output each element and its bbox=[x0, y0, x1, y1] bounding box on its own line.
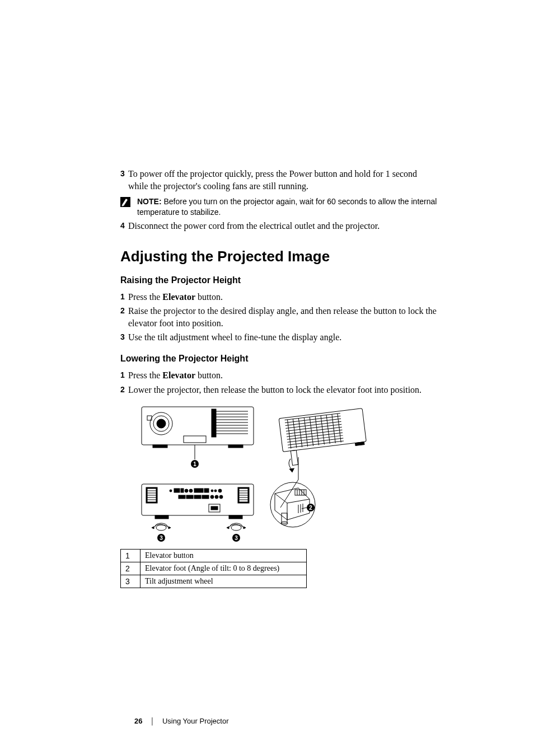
raise-step-1: 1 Press the Elevator button. bbox=[120, 291, 439, 303]
svg-point-4 bbox=[157, 419, 166, 428]
svg-rect-66 bbox=[181, 489, 184, 492]
svg-rect-75 bbox=[186, 495, 193, 499]
svg-text:3: 3 bbox=[235, 535, 238, 541]
svg-rect-15 bbox=[212, 409, 216, 437]
svg-line-41 bbox=[326, 415, 330, 444]
svg-line-38 bbox=[310, 417, 313, 446]
page-number: 26 bbox=[134, 717, 142, 725]
svg-line-35 bbox=[293, 419, 296, 448]
note-icon bbox=[120, 197, 130, 207]
step-number: 3 bbox=[120, 168, 128, 179]
step-4-disconnect: 4 Disconnect the power cord from the ele… bbox=[120, 220, 439, 232]
step-text: Disconnect the power cord from the elect… bbox=[128, 220, 439, 232]
step-text: To power off the projector quickly, pres… bbox=[128, 168, 439, 192]
svg-marker-86 bbox=[168, 527, 171, 529]
step-text: Lower the projector, then release the bu… bbox=[128, 384, 439, 396]
svg-line-37 bbox=[304, 417, 307, 447]
note-body: Before you turn on the projector again, … bbox=[137, 197, 437, 217]
svg-point-80 bbox=[219, 495, 223, 499]
step-text: Use the tilt adjustment wheel to fine-tu… bbox=[128, 331, 439, 344]
svg-point-79 bbox=[215, 495, 218, 499]
svg-line-34 bbox=[288, 420, 291, 449]
svg-rect-77 bbox=[202, 495, 209, 499]
heading-lowering: Lowering the Projector Height bbox=[120, 354, 439, 364]
parts-table: 1 Elevator button 2 Elevator foot (Angle… bbox=[120, 549, 307, 588]
part-desc: Elevator foot (Angle of tilt: 0 to 8 deg… bbox=[140, 562, 307, 575]
svg-point-85 bbox=[156, 525, 166, 530]
svg-point-67 bbox=[185, 489, 188, 492]
svg-rect-84 bbox=[229, 515, 242, 519]
svg-marker-89 bbox=[243, 527, 246, 529]
step-number: 2 bbox=[120, 384, 128, 395]
svg-rect-83 bbox=[155, 515, 168, 519]
lower-step-1: 1 Press the Elevator button. bbox=[120, 369, 439, 382]
step-number: 2 bbox=[120, 305, 128, 316]
part-desc: Tilt adjustment wheel bbox=[140, 575, 307, 588]
part-desc: Elevator button bbox=[140, 550, 307, 562]
svg-point-71 bbox=[211, 490, 213, 492]
svg-rect-74 bbox=[179, 495, 185, 499]
svg-point-73 bbox=[218, 489, 222, 492]
part-index: 1 bbox=[121, 550, 140, 562]
svg-rect-16 bbox=[153, 445, 167, 448]
svg-text:1: 1 bbox=[193, 461, 196, 467]
step-number: 4 bbox=[120, 220, 128, 231]
step-number: 3 bbox=[120, 331, 128, 342]
table-row: 2 Elevator foot (Angle of tilt: 0 to 8 d… bbox=[121, 562, 307, 575]
svg-point-64 bbox=[170, 490, 172, 492]
svg-line-39 bbox=[315, 416, 318, 445]
lower-step-2: 2 Lower the projector, then release the … bbox=[120, 384, 439, 396]
step-text: Press the Elevator button. bbox=[128, 291, 439, 303]
svg-line-43 bbox=[338, 414, 341, 443]
part-index: 2 bbox=[121, 562, 140, 575]
svg-line-111 bbox=[302, 508, 307, 509]
svg-point-88 bbox=[231, 525, 241, 530]
svg-rect-76 bbox=[194, 495, 201, 499]
chapter-title: Using Your Projector bbox=[162, 717, 229, 725]
step-number: 1 bbox=[120, 369, 128, 381]
step-text: Press the Elevator button. bbox=[128, 369, 439, 382]
projector-figure: 1 bbox=[130, 401, 371, 543]
svg-marker-87 bbox=[152, 527, 154, 529]
svg-line-42 bbox=[332, 414, 335, 443]
svg-line-48 bbox=[280, 480, 298, 508]
svg-line-40 bbox=[321, 416, 324, 445]
svg-rect-65 bbox=[174, 489, 180, 492]
svg-line-97 bbox=[287, 499, 310, 503]
note-block: NOTE: Before you turn on the projector a… bbox=[120, 196, 439, 218]
svg-marker-90 bbox=[227, 527, 229, 529]
svg-rect-18 bbox=[184, 436, 206, 443]
svg-point-68 bbox=[189, 489, 193, 492]
note-label: NOTE: bbox=[137, 197, 162, 206]
page-content: 3 To power off the projector quickly, pr… bbox=[0, 0, 534, 622]
raise-step-3: 3 Use the tilt adjustment wheel to fine-… bbox=[120, 331, 439, 344]
step-3-poweroff: 3 To power off the projector quickly, pr… bbox=[120, 168, 439, 192]
part-index: 3 bbox=[121, 575, 140, 588]
note-text: NOTE: Before you turn on the projector a… bbox=[137, 196, 439, 218]
heading-adjusting: Adjusting the Projected Image bbox=[120, 248, 439, 265]
svg-rect-17 bbox=[228, 445, 243, 448]
svg-point-72 bbox=[214, 490, 217, 492]
raise-step-2: 2 Raise the projector to the desired dis… bbox=[120, 305, 439, 329]
svg-text:2: 2 bbox=[309, 505, 312, 511]
svg-rect-70 bbox=[204, 489, 209, 492]
svg-marker-45 bbox=[289, 468, 294, 472]
table-row: 1 Elevator button bbox=[121, 550, 307, 562]
footer-separator: │ bbox=[150, 717, 154, 725]
svg-point-78 bbox=[210, 495, 214, 499]
step-text: Raise the projector to the desired displ… bbox=[128, 305, 439, 329]
svg-line-36 bbox=[298, 419, 302, 448]
step-number: 1 bbox=[120, 291, 128, 302]
table-row: 3 Tilt adjustment wheel bbox=[121, 575, 307, 588]
svg-line-96 bbox=[275, 494, 287, 503]
heading-raising: Raising the Projector Height bbox=[120, 275, 439, 285]
page-footer: 26 │ Using Your Projector bbox=[134, 717, 228, 725]
svg-rect-82 bbox=[211, 506, 218, 510]
svg-rect-69 bbox=[194, 489, 203, 492]
svg-rect-44 bbox=[291, 450, 298, 466]
svg-text:3: 3 bbox=[160, 535, 163, 541]
svg-rect-46 bbox=[355, 442, 364, 446]
